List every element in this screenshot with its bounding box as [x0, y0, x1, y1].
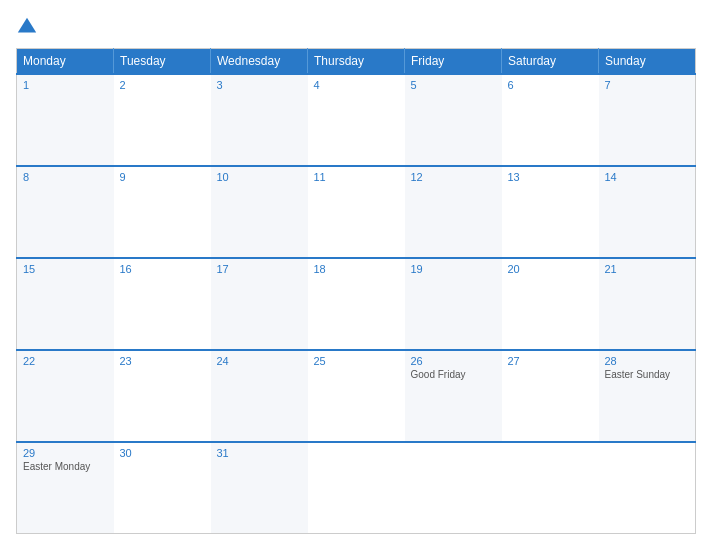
day-number: 13 — [508, 171, 593, 183]
day-number: 31 — [217, 447, 302, 459]
calendar-cell: 11 — [308, 166, 405, 258]
day-number: 10 — [217, 171, 302, 183]
day-number: 22 — [23, 355, 108, 367]
day-number: 7 — [605, 79, 690, 91]
day-number: 14 — [605, 171, 690, 183]
day-number: 21 — [605, 263, 690, 275]
calendar-cell: 10 — [211, 166, 308, 258]
calendar-cell: 7 — [599, 74, 696, 166]
calendar-cell: 23 — [114, 350, 211, 442]
logo-icon — [16, 16, 38, 38]
calendar-cell: 19 — [405, 258, 502, 350]
day-header-saturday: Saturday — [502, 49, 599, 75]
calendar-cell: 26Good Friday — [405, 350, 502, 442]
day-number: 16 — [120, 263, 205, 275]
days-of-week-row: MondayTuesdayWednesdayThursdayFridaySatu… — [17, 49, 696, 75]
calendar-cell: 29Easter Monday — [17, 442, 114, 534]
day-header-thursday: Thursday — [308, 49, 405, 75]
calendar-cell: 24 — [211, 350, 308, 442]
day-number: 19 — [411, 263, 496, 275]
calendar-cell: 20 — [502, 258, 599, 350]
day-number: 8 — [23, 171, 108, 183]
day-number: 5 — [411, 79, 496, 91]
day-header-sunday: Sunday — [599, 49, 696, 75]
calendar-cell: 4 — [308, 74, 405, 166]
svg-marker-0 — [18, 18, 36, 33]
day-header-friday: Friday — [405, 49, 502, 75]
day-number: 18 — [314, 263, 399, 275]
holiday-label: Easter Sunday — [605, 369, 690, 380]
calendar-body: 1234567891011121314151617181920212223242… — [17, 74, 696, 534]
calendar-cell: 1 — [17, 74, 114, 166]
calendar-table: MondayTuesdayWednesdayThursdayFridaySatu… — [16, 48, 696, 534]
day-number: 29 — [23, 447, 108, 459]
calendar-cell: 5 — [405, 74, 502, 166]
day-number: 15 — [23, 263, 108, 275]
calendar-cell: 6 — [502, 74, 599, 166]
calendar-cell: 15 — [17, 258, 114, 350]
day-number: 23 — [120, 355, 205, 367]
day-number: 17 — [217, 263, 302, 275]
day-number: 2 — [120, 79, 205, 91]
day-number: 11 — [314, 171, 399, 183]
day-number: 4 — [314, 79, 399, 91]
calendar-cell: 12 — [405, 166, 502, 258]
day-number: 30 — [120, 447, 205, 459]
calendar-cell: 30 — [114, 442, 211, 534]
calendar-cell: 31 — [211, 442, 308, 534]
day-number: 1 — [23, 79, 108, 91]
calendar-cell: 2 — [114, 74, 211, 166]
calendar-cell: 27 — [502, 350, 599, 442]
day-number: 3 — [217, 79, 302, 91]
calendar-cell: 28Easter Sunday — [599, 350, 696, 442]
day-number: 12 — [411, 171, 496, 183]
week-row-1: 1234567 — [17, 74, 696, 166]
week-row-3: 15161718192021 — [17, 258, 696, 350]
calendar-cell: 18 — [308, 258, 405, 350]
calendar-cell: 3 — [211, 74, 308, 166]
day-header-wednesday: Wednesday — [211, 49, 308, 75]
day-number: 9 — [120, 171, 205, 183]
calendar-cell: 14 — [599, 166, 696, 258]
day-number: 27 — [508, 355, 593, 367]
calendar-cell: 17 — [211, 258, 308, 350]
calendar-cell: 16 — [114, 258, 211, 350]
calendar-cell — [405, 442, 502, 534]
calendar-cell: 8 — [17, 166, 114, 258]
day-number: 25 — [314, 355, 399, 367]
calendar-cell: 21 — [599, 258, 696, 350]
day-number: 20 — [508, 263, 593, 275]
calendar-cell: 22 — [17, 350, 114, 442]
day-number: 26 — [411, 355, 496, 367]
week-row-4: 2223242526Good Friday2728Easter Sunday — [17, 350, 696, 442]
day-number: 6 — [508, 79, 593, 91]
calendar-cell: 25 — [308, 350, 405, 442]
day-number: 28 — [605, 355, 690, 367]
week-row-2: 891011121314 — [17, 166, 696, 258]
calendar-cell: 9 — [114, 166, 211, 258]
calendar-cell — [599, 442, 696, 534]
calendar-cell — [502, 442, 599, 534]
day-header-tuesday: Tuesday — [114, 49, 211, 75]
calendar-cell — [308, 442, 405, 534]
day-header-monday: Monday — [17, 49, 114, 75]
week-row-5: 29Easter Monday3031 — [17, 442, 696, 534]
logo — [16, 16, 42, 38]
holiday-label: Good Friday — [411, 369, 496, 380]
day-number: 24 — [217, 355, 302, 367]
holiday-label: Easter Monday — [23, 461, 108, 472]
calendar-cell: 13 — [502, 166, 599, 258]
page-header — [16, 16, 696, 38]
